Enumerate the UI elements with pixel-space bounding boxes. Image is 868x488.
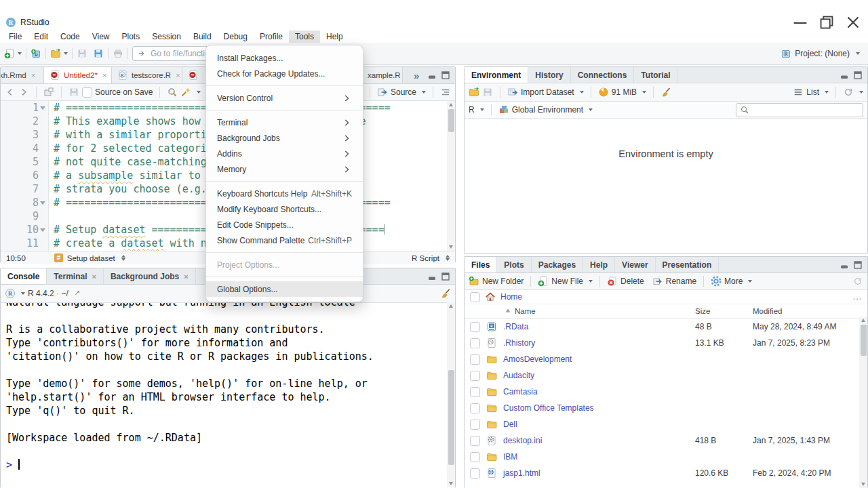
close-tab-icon[interactable]: × <box>176 71 180 79</box>
menubar-item-session[interactable]: Session <box>146 30 187 43</box>
file-name[interactable]: IBM <box>503 452 517 462</box>
more-gear-icon[interactable] <box>711 276 722 287</box>
file-name[interactable]: desktop.ini <box>503 436 542 445</box>
minimize-button[interactable] <box>790 16 810 28</box>
menubar-item-help[interactable]: Help <box>320 30 349 43</box>
find-icon[interactable] <box>167 87 178 98</box>
column-modified[interactable]: Modified <box>753 307 782 315</box>
back-icon[interactable] <box>5 87 16 98</box>
files-tab-packages[interactable]: Packages <box>532 257 583 272</box>
new-file-button[interactable]: New File <box>551 277 593 286</box>
breadcrumb-home[interactable]: Home <box>500 292 522 302</box>
source-dropdown-icon[interactable] <box>422 91 426 94</box>
console-scrollbar[interactable] <box>447 302 455 487</box>
menu-item-check-for-package-updates[interactable]: Check for Package Updates... <box>206 66 363 81</box>
code-tools-dropdown-icon[interactable] <box>197 91 201 94</box>
maximize-pane-icon[interactable] <box>440 271 451 282</box>
editor-tab-untitled2-[interactable]: Untitled2*× <box>44 67 112 83</box>
close-tab-icon[interactable]: × <box>92 272 96 281</box>
files-tab-presentation[interactable]: Presentation <box>656 257 719 272</box>
editor-scrollbar[interactable] <box>447 101 455 251</box>
environment-tab-history[interactable]: History <box>528 67 570 83</box>
close-button[interactable] <box>843 16 863 28</box>
language-selector[interactable]: R <box>469 105 484 115</box>
file-name[interactable]: .Rhistory <box>503 338 535 348</box>
file-checkbox[interactable] <box>470 387 480 397</box>
files-scrollbar[interactable] <box>859 317 867 488</box>
menu-item-global-options[interactable]: Global Options... <box>206 281 363 297</box>
file-name[interactable]: Camtasia <box>503 387 538 396</box>
new-project-icon[interactable]: R <box>31 48 41 59</box>
file-row[interactable]: jasp1.html120.6 KBFeb 2, 2024, 4:20 PM <box>465 465 867 481</box>
outline-icon[interactable] <box>440 87 451 98</box>
import-dataset-icon[interactable] <box>507 87 518 98</box>
console-output[interactable]: Natural language support but running in … <box>1 303 455 488</box>
menubar-item-tools[interactable]: Tools <box>289 30 320 43</box>
open-file-dropdown-icon[interactable] <box>64 52 68 55</box>
minimize-pane-icon[interactable] <box>839 70 850 81</box>
home-icon[interactable] <box>485 291 496 302</box>
maximize-pane-icon[interactable] <box>852 70 863 81</box>
file-name[interactable]: jasp1.html <box>503 468 540 478</box>
open-file-icon[interactable] <box>50 48 61 59</box>
new-blank-file-icon[interactable] <box>538 276 549 287</box>
delete-file-icon[interactable] <box>607 276 618 287</box>
file-checkbox[interactable] <box>470 322 480 332</box>
menubar-item-build[interactable]: Build <box>187 30 218 43</box>
files-tab-files[interactable]: Files <box>465 257 497 272</box>
code-tools-icon[interactable] <box>180 87 191 98</box>
minimize-pane-icon[interactable] <box>427 70 437 81</box>
menu-item-addins[interactable]: Addins <box>206 146 363 161</box>
scope-selector[interactable]: Setup dataset <box>67 254 115 262</box>
editor-tab-kh-rmd[interactable]: kh.Rmd× <box>1 67 44 83</box>
rename-button[interactable]: Rename <box>666 277 696 286</box>
menu-item-background-jobs[interactable]: Background Jobs <box>206 130 363 146</box>
menu-item-modify-keyboard-shortcuts[interactable]: Modify Keyboard Shortcuts... <box>206 201 363 217</box>
list-view-button[interactable]: List <box>806 87 829 97</box>
file-name[interactable]: Audacity <box>503 371 534 380</box>
print-icon[interactable] <box>113 48 123 59</box>
menubar-item-file[interactable]: File <box>3 30 28 43</box>
environment-search-input[interactable] <box>736 103 863 117</box>
project-selector[interactable]: R Project: (None) <box>781 48 864 59</box>
file-type-updown-icon[interactable] <box>446 255 450 261</box>
environment-tab-environment[interactable]: Environment <box>465 67 528 83</box>
file-row[interactable]: desktop.ini418 BJan 7, 2025, 1:43 PM <box>465 432 867 449</box>
source-button[interactable]: Source <box>391 87 416 97</box>
refresh-environment-icon[interactable] <box>843 87 854 98</box>
close-tab-icon[interactable]: × <box>102 71 106 79</box>
file-row[interactable]: IBM <box>465 449 867 465</box>
sort-ascending-icon[interactable] <box>502 306 513 317</box>
console-tab-console[interactable]: Console <box>1 268 47 284</box>
menu-item-edit-code-snippets[interactable]: Edit Code Snippets... <box>206 217 363 232</box>
file-row[interactable]: R.RData48 BMay 28, 2024, 8:49 AM <box>465 319 867 335</box>
file-row[interactable]: Audacity <box>465 367 867 384</box>
menubar-item-profile[interactable]: Profile <box>254 30 289 43</box>
delete-button[interactable]: Delete <box>620 277 644 286</box>
files-tab-help[interactable]: Help <box>583 257 615 272</box>
clear-environment-icon[interactable] <box>660 87 671 98</box>
file-name[interactable]: AmosDevelopment <box>503 354 572 364</box>
file-checkbox[interactable] <box>470 371 480 381</box>
save-all-icon[interactable] <box>93 48 104 59</box>
tab-overflow-icon[interactable]: » <box>408 67 423 83</box>
load-workspace-icon[interactable] <box>469 87 479 98</box>
file-checkbox[interactable] <box>470 420 480 430</box>
menubar-item-plots[interactable]: Plots <box>116 30 146 43</box>
more-button[interactable]: More <box>724 277 752 286</box>
file-checkbox[interactable] <box>470 436 480 446</box>
environment-selector[interactable]: Global Environment <box>512 105 593 115</box>
menubar-item-edit[interactable]: Edit <box>28 30 54 43</box>
source-on-save-checkbox[interactable] <box>82 87 92 98</box>
maximize-pane-icon[interactable] <box>440 70 451 81</box>
editor-tab-testscore-r[interactable]: Rtestscore.R× <box>112 67 182 83</box>
editor-tab-xample-r[interactable]: xample.R× <box>362 67 403 83</box>
file-type-selector[interactable]: R Script <box>412 254 439 262</box>
new-folder-icon[interactable] <box>469 276 479 287</box>
console-tab-terminal[interactable]: Terminal× <box>47 268 104 284</box>
source-run-icon[interactable] <box>377 87 388 98</box>
column-name[interactable]: Name <box>515 307 536 315</box>
breadcrumb-ellipsis[interactable]: ... <box>853 292 862 302</box>
file-row[interactable]: AmosDevelopment <box>465 351 867 367</box>
minimize-pane-icon[interactable] <box>839 260 850 270</box>
